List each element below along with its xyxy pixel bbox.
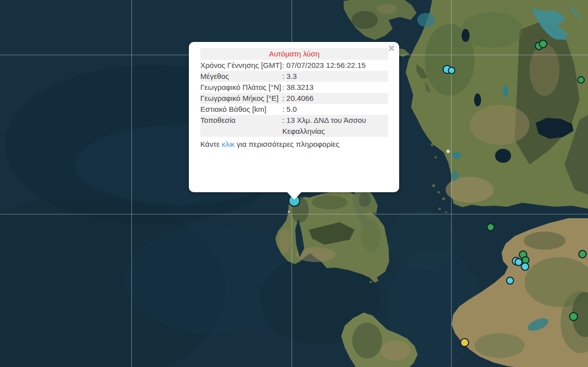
- row-value: : 5.0: [282, 104, 388, 115]
- row-value: : 07/07/2023 12:56:22.15: [282, 60, 388, 71]
- popup-tail: [287, 192, 302, 200]
- event-marker[interactable]: [487, 224, 494, 231]
- popup-table: Χρόνος Γέννησης [GMT]: 07/07/2023 12:56:…: [200, 60, 388, 137]
- row-label: Εστιακό Βάθος [km]: [200, 104, 282, 115]
- event-marker[interactable]: [540, 40, 547, 48]
- popup-row: Τοποθεσία: 13 Χλμ. ΔΝΔ του Άσσου Κεφαλλη…: [200, 115, 388, 137]
- event-marker[interactable]: [522, 263, 529, 271]
- popup-row: Μέγεθος: 3.3: [200, 71, 388, 82]
- event-marker[interactable]: [579, 251, 587, 258]
- event-marker[interactable]: [449, 67, 455, 74]
- event-marker[interactable]: [578, 77, 585, 83]
- popup-footer: Κάντε κλικ για περισσότερες πληροφορίες: [200, 139, 388, 150]
- row-label: Γεωγραφικό Μήκος [°E]: [200, 93, 282, 104]
- popup-row: Εστιακό Βάθος [km]: 5.0: [200, 104, 388, 115]
- close-icon[interactable]: ×: [388, 42, 395, 54]
- event-marker[interactable]: [570, 313, 578, 321]
- event-marker[interactable]: [507, 277, 514, 284]
- row-label: Τοποθεσία: [200, 115, 282, 137]
- earthquake-map-page: { "map": { "sea_color": "#16303f", "grid…: [0, 0, 588, 367]
- event-marker[interactable]: [461, 339, 469, 347]
- row-value: : 38.3213: [282, 82, 388, 93]
- event-popup: × Αυτόματη λύση Χρόνος Γέννησης [GMT]: 0…: [189, 42, 399, 192]
- footer-text-suffix: για περισσότερες πληροφορίες: [235, 140, 340, 148]
- row-label: Γεωγραφικό Πλάτος [°N]: [200, 82, 282, 93]
- event-marker[interactable]: [515, 259, 522, 266]
- row-label: Χρόνος Γέννησης [GMT]: [200, 60, 282, 71]
- row-value: : 20.4066: [282, 93, 388, 104]
- row-value: : 3.3: [282, 71, 388, 82]
- row-label: Μέγεθος: [200, 71, 282, 82]
- popup-row: Χρόνος Γέννησης [GMT]: 07/07/2023 12:56:…: [200, 60, 388, 71]
- footer-text-prefix: Κάντε: [200, 140, 222, 148]
- popup-row: Γεωγραφικό Πλάτος [°N]: 38.3213: [200, 82, 388, 93]
- more-info-link[interactable]: κλικ: [222, 140, 235, 148]
- popup-row: Γεωγραφικό Μήκος [°E]: 20.4066: [200, 93, 388, 104]
- popup-title: Αυτόματη λύση: [200, 48, 388, 60]
- row-value: : 13 Χλμ. ΔΝΔ του Άσσου Κεφαλληνίας: [282, 115, 388, 137]
